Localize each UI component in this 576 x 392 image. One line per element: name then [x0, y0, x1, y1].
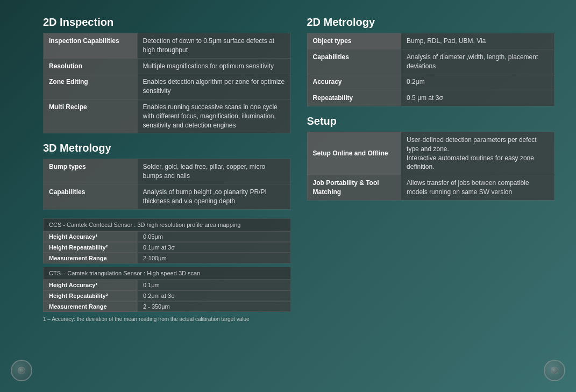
2d-metro-capabilities-value: Analysis of diameter ,width, length, pla… — [401, 49, 554, 74]
zone-editing-label: Zone Editing — [44, 74, 138, 99]
setup-title: Setup — [307, 115, 555, 127]
cts-row-3: Measurement Range 2 - 350μm — [43, 301, 291, 312]
2d-metrology-title: 2D Metrology — [307, 16, 555, 28]
table-row: Bump types Solder, gold, lead-free, pill… — [44, 159, 291, 184]
3d-capabilities-value: Analysis of bump height ,co planarity PR… — [137, 184, 290, 209]
repeatability-value: 0.5 μm at 3σ — [401, 90, 554, 106]
table-row: Job Portability & Tool Matching Allows t… — [307, 175, 554, 201]
right-column: 2D Metrology Object types Bump, RDL, Pad… — [307, 16, 555, 322]
table-row: Multi Recipe Enables running successive … — [44, 99, 291, 133]
inspection-capabilities-label: Inspection Capabilities — [44, 33, 138, 59]
main-columns: 2D Inspection Inspection Capabilities De… — [43, 16, 554, 322]
cts-row-2: Height Repeatability² 0.2μm at 3σ — [43, 290, 291, 301]
ccs-row-2: Height Repeatability² 0.1μm at 3σ — [43, 242, 291, 253]
cts-height-accuracy-value: 0.1μm — [137, 280, 291, 290]
cts-height-repeatability-value: 0.2μm at 3σ — [137, 290, 291, 301]
job-portability-value: Allows transfer of jobs between compatib… — [401, 175, 554, 201]
table-row: Capabilities Analysis of diameter ,width… — [307, 49, 554, 74]
ccs-height-accuracy-value: 0.05μm — [137, 231, 291, 242]
ccs-row-1: Height Accuracy¹ 0.05μm — [43, 231, 291, 242]
3d-capabilities-label: Capabilities — [44, 184, 138, 209]
cts-measurement-range-value: 2 - 350μm — [137, 301, 291, 312]
setup-table: Setup Online and Offline User-defined de… — [307, 132, 555, 201]
footnote: 1 – Accuracy: the deviation of the mean … — [43, 316, 291, 322]
table-row: Repeatability 0.5 μm at 3σ — [307, 90, 554, 106]
multi-recipe-label: Multi Recipe — [44, 99, 138, 133]
ccs-height-repeatability-label: Height Repeatability² — [43, 242, 137, 253]
table-row: Object types Bump, RDL, Pad, UBM, Via — [307, 33, 554, 49]
accuracy-value: 0.2μm — [401, 74, 554, 90]
table-row: Accuracy 0.2μm — [307, 74, 554, 90]
resolution-value: Multiple magnifications for optimum sens… — [137, 58, 290, 74]
table-row: Inspection Capabilities Detection of dow… — [44, 33, 291, 59]
ccs-metrics: Height Accuracy¹ 0.05μm Height Repeatabi… — [43, 231, 291, 263]
cts-measurement-range-label: Measurement Range — [43, 301, 137, 312]
cts-height-accuracy-label: Height Accuracy¹ — [43, 280, 137, 290]
ccs-measurement-range-label: Measurement Range — [43, 253, 137, 263]
object-types-value: Bump, RDL, Pad, UBM, Via — [401, 33, 554, 49]
left-column: 2D Inspection Inspection Capabilities De… — [43, 16, 291, 322]
ccs-measurement-range-value: 2-100μm — [137, 253, 291, 263]
multi-recipe-value: Enables running successive scans in one … — [137, 99, 290, 133]
main-content: 2D Inspection Inspection Capabilities De… — [0, 0, 576, 392]
cts-section-label: CTS – Camtek triangulation Sensor : High… — [43, 267, 291, 280]
3d-metrology-table: Bump types Solder, gold, lead-free, pill… — [43, 159, 291, 209]
resolution-label: Resolution — [44, 58, 138, 74]
3d-metrology-title: 3D Metrology — [43, 142, 291, 154]
2d-inspection-table: Inspection Capabilities Detection of dow… — [43, 33, 291, 133]
bump-types-label: Bump types — [44, 159, 138, 184]
inspection-capabilities-value: Detection of down to 0.5μm surface defec… — [137, 33, 290, 59]
cts-height-repeatability-label: Height Repeatability² — [43, 290, 137, 301]
2d-metro-capabilities-label: Capabilities — [307, 49, 401, 74]
bump-types-value: Solder, gold, lead-free, pillar, copper,… — [137, 159, 290, 184]
table-row: Zone Editing Enables detection algorithm… — [44, 74, 291, 99]
repeatability-label: Repeatability — [307, 90, 401, 106]
object-types-label: Object types — [307, 33, 401, 49]
2d-metrology-table: Object types Bump, RDL, Pad, UBM, Via Ca… — [307, 33, 555, 106]
accuracy-label: Accuracy — [307, 74, 401, 90]
ccs-height-repeatability-value: 0.1μm at 3σ — [137, 242, 291, 253]
table-row: Setup Online and Offline User-defined de… — [307, 132, 554, 175]
setup-online-value: User-defined detection parameters per de… — [401, 132, 554, 175]
ccs-section-label: CCS - Camtek Confocal Sensor : 3D high r… — [43, 218, 291, 231]
2d-inspection-title: 2D Inspection — [43, 16, 291, 28]
cts-row-1: Height Accuracy¹ 0.1μm — [43, 280, 291, 290]
table-row: Capabilities Analysis of bump height ,co… — [44, 184, 291, 209]
ccs-row-3: Measurement Range 2-100μm — [43, 253, 291, 263]
job-portability-label: Job Portability & Tool Matching — [307, 175, 401, 201]
setup-online-label: Setup Online and Offline — [307, 132, 401, 175]
zone-editing-value: Enables detection algorithm per zone for… — [137, 74, 290, 99]
ccs-height-accuracy-label: Height Accuracy¹ — [43, 231, 137, 242]
cts-metrics: Height Accuracy¹ 0.1μm Height Repeatabil… — [43, 280, 291, 312]
table-row: Resolution Multiple magnifications for o… — [44, 58, 291, 74]
